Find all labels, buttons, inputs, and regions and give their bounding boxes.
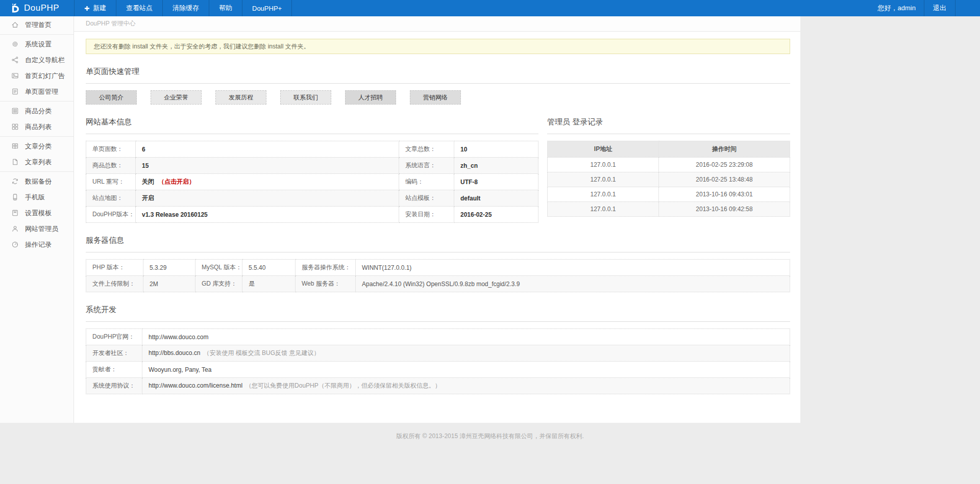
user-icon [11, 225, 19, 233]
table-row: 文件上传限制：2MGD 库支持：是Web 服务器：Apache/2.4.10 (… [86, 276, 790, 292]
sidebar-item-home[interactable]: 管理首页 [0, 17, 74, 33]
quick-page-button-5[interactable]: 人才招聘 [345, 90, 396, 105]
sidebar-item-label: 首页幻灯广告 [25, 71, 65, 81]
ip-address-cell: 127.0.0.1 [548, 158, 659, 172]
image-icon [11, 72, 19, 80]
logo[interactable]: DouPHP [0, 0, 74, 16]
sidebar-item-system-settings[interactable]: 系统设置 [0, 36, 74, 52]
logo-text: DouPHP [24, 3, 59, 13]
table-row: URL 重写：关闭（点击开启）编码：UTF-8 [86, 174, 538, 190]
table-row: 贡献者：Wooyun.org, Pany, Tea [86, 362, 790, 378]
server-info-label: PHP 版本： [86, 260, 143, 276]
quick-page-button-2[interactable]: 企业荣誉 [151, 90, 202, 105]
sidebar-item-label: 商品分类 [25, 107, 52, 116]
sys-dev-value-text: Wooyun.org, Pany, Tea [149, 366, 211, 373]
info-value: 10 [454, 141, 538, 158]
topnav-label: 清除缓存 [173, 4, 199, 13]
sidebar-item-label: 操作记录 [25, 240, 52, 249]
info-columns: 网站基本信息 单页面数：6文章总数：10商品总数：15系统语言：zh_cnURL… [86, 105, 790, 223]
server-info-value: 是 [242, 276, 296, 292]
quick-page-button-3[interactable]: 发展历程 [215, 90, 266, 105]
info-value: zh_cn [454, 158, 538, 174]
quick-page-button-1[interactable]: 公司简介 [86, 90, 137, 105]
sidebar-item-set-template[interactable]: 设置模板 [0, 205, 74, 221]
table-row: 开发者社区：http://bbs.douco.cn（安装使用 模板交流 BUG反… [86, 345, 790, 362]
sys-dev-label: 开发者社区： [86, 345, 142, 362]
quick-page-button-4[interactable]: 联系我们 [280, 90, 331, 105]
sidebar-item-data-backup[interactable]: 数据备份 [0, 173, 74, 189]
sidebar-item-label: 管理首页 [25, 20, 52, 30]
gear-icon [11, 40, 19, 48]
system-dev-table: DouPHP官网：http://www.douco.com开发者社区：http:… [86, 328, 790, 394]
quick-page-button-6[interactable]: 营销网络 [410, 90, 461, 105]
column-header: 操作时间 [659, 141, 790, 158]
ip-address-cell: 127.0.0.1 [548, 187, 659, 202]
server-info-value: 2M [143, 276, 195, 292]
info-label: 单页面数： [86, 141, 136, 158]
breadcrumb-text: DouPHP 管理中心 [86, 20, 136, 27]
sidebar-separator [0, 34, 74, 35]
book-open-icon [11, 142, 19, 150]
page-frame: 管理首页系统设置自定义导航栏首页幻灯广告单页面管理商品分类商品列表文章分类文章列… [0, 16, 800, 423]
section-title-sys-dev: 系统开发 [86, 305, 790, 322]
sidebar-item-product-categories[interactable]: 商品分类 [0, 103, 74, 119]
main-content: DouPHP 管理中心 您还没有删除 install 文件夹，出于安全的考虑，我… [74, 16, 800, 423]
sidebar-item-mobile-version[interactable]: 手机版 [0, 189, 74, 205]
sidebar-separator [0, 171, 74, 172]
sidebar-item-home-slides[interactable]: 首页幻灯广告 [0, 68, 74, 84]
content-inner: 您还没有删除 install 文件夹，出于安全的考虑，我们建议您删除 insta… [74, 32, 800, 423]
ip-address-cell: 127.0.0.1 [548, 172, 659, 187]
share-icon [11, 56, 19, 64]
sys-dev-value-note: （您可以免费使用DouPHP（不限商用），但必须保留相关版权信息。） [246, 382, 441, 389]
sidebar-item-article-list[interactable]: 文章列表 [0, 154, 74, 170]
table-row: 站点地图：开启站点模板：default [86, 190, 538, 207]
topbar: DouPHP 新建查看站点清除缓存帮助DouPHP+ 您好，admin 退出 [0, 0, 980, 16]
section-title-login-log: 管理员 登录记录 [547, 117, 790, 134]
server-info-label: MySQL 版本： [195, 260, 242, 276]
info-value: 关闭（点击开启） [136, 174, 399, 190]
sys-dev-value: http://bbs.douco.cn（安装使用 模板交流 BUG反馈 意见建议… [142, 345, 790, 362]
topnav-help-button[interactable]: 帮助 [209, 0, 242, 16]
topnav-douphp-plus-button[interactable]: DouPHP+ [242, 0, 292, 16]
topnav-clear-cache-button[interactable]: 清除缓存 [163, 0, 209, 16]
sidebar-item-label: 设置模板 [25, 209, 52, 218]
info-label: DouPHP版本： [86, 207, 136, 223]
sidebar-item-label: 自定义导航栏 [25, 56, 65, 65]
footer-copyright: 版权所有 © 2013-2015 漳州豆壳网络科技有限公司，并保留所有权利. [0, 423, 980, 484]
top-nav: 新建查看站点清除缓存帮助DouPHP+ [74, 0, 292, 16]
enable-url-rewrite-link[interactable]: （点击开启） [158, 178, 195, 185]
quick-page-buttons: 公司简介企业荣誉发展历程联系我们人才招聘营销网络 [86, 90, 790, 105]
sidebar-item-product-list[interactable]: 商品列表 [0, 119, 74, 135]
info-value: v1.3 Release 20160125 [136, 207, 399, 223]
sys-dev-value: http://www.douco.com/license.html（您可以免费使… [142, 378, 790, 394]
sys-dev-value-text: http://www.douco.com/license.html [149, 382, 242, 389]
clock-icon [11, 241, 19, 248]
sidebar-item-single-pages[interactable]: 单页面管理 [0, 84, 74, 99]
sidebar-item-operation-log[interactable]: 操作记录 [0, 237, 74, 252]
sys-dev-value: Wooyun.org, Pany, Tea [142, 362, 790, 378]
topnav-view-site-button[interactable]: 查看站点 [116, 0, 163, 16]
sidebar-item-label: 系统设置 [25, 40, 52, 49]
phone-icon [11, 193, 19, 201]
logout-link[interactable]: 退出 [924, 0, 955, 16]
server-info-value: Apache/2.4.10 (Win32) OpenSSL/0.9.8zb mo… [356, 276, 790, 292]
topnav-new-button[interactable]: 新建 [74, 0, 116, 16]
info-label: 文章总数： [399, 141, 454, 158]
table-row: 127.0.0.12013-10-16 09:42:58 [548, 202, 790, 217]
server-info-label: 服务器操作系统： [296, 260, 356, 276]
sidebar-separator [0, 101, 74, 101]
topnav-label: 新建 [93, 4, 106, 13]
sidebar-item-site-admins[interactable]: 网站管理员 [0, 221, 74, 237]
section-title-server-info: 服务器信息 [86, 236, 790, 252]
section-title-quick-pages: 单页面快速管理 [86, 67, 790, 84]
douphp-logo-icon [10, 3, 21, 14]
server-info-label: Web 服务器： [296, 276, 356, 292]
template-icon [11, 209, 19, 217]
info-value: UTF-8 [454, 174, 538, 190]
sidebar-item-custom-nav[interactable]: 自定义导航栏 [0, 52, 74, 68]
sys-dev-value-note: （安装使用 模板交流 BUG反馈 意见建议） [203, 349, 320, 356]
sidebar: 管理首页系统设置自定义导航栏首页幻灯广告单页面管理商品分类商品列表文章分类文章列… [0, 16, 74, 423]
sidebar-item-article-categories[interactable]: 文章分类 [0, 138, 74, 154]
info-value: 6 [136, 141, 399, 158]
table-row: 127.0.0.12016-02-25 13:48:48 [548, 172, 790, 187]
